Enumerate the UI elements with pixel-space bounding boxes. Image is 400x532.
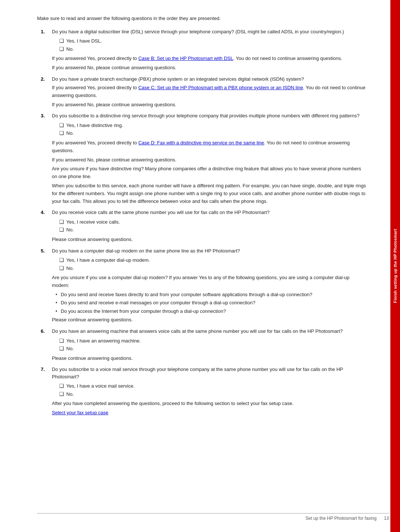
question-1: Do you have a digital subscriber line (D…	[44, 28, 367, 72]
q7-option-2: No.	[59, 391, 367, 398]
q7-text: Do you subscribe to a voice mail service…	[52, 366, 367, 380]
q7-option-1: Yes, I have a voice mail service.	[59, 382, 367, 390]
q5-bullet-1: Do you send and receive faxes directly t…	[56, 291, 367, 298]
q5-option-1: Yes, I have a computer dial-up modem.	[59, 257, 367, 264]
q3-extra-2: When you subscribe to this service, each…	[52, 182, 367, 205]
q1-text: Do you have a digital subscriber line (D…	[52, 28, 367, 36]
q1-option-2: No.	[59, 46, 367, 53]
q6-option-1: Yes, I have an answering machine.	[59, 337, 367, 345]
question-4: Do you receive voice calls at the same p…	[44, 209, 367, 243]
side-tab: Finish setting up the HP Photosmart	[390, 0, 400, 532]
footer-text: Set up the HP Photosmart for faxing	[306, 516, 377, 521]
q5-unsure: Are you unsure if you use a computer dia…	[52, 274, 367, 290]
q3-option-1: Yes, I have distinctive ring.	[59, 122, 367, 129]
side-tab-label: Finish setting up the HP Photosmart	[393, 229, 397, 303]
q6-please: Please continue answering questions.	[52, 355, 367, 362]
q2-answer-no: If you answered No, please continue answ…	[52, 101, 367, 109]
q1-answer-yes: If you answered Yes, proceed directly to…	[52, 55, 367, 63]
q5-option-2: No.	[59, 265, 367, 272]
footer-page: 13	[384, 516, 389, 521]
q6-text: Do you have an answering machine that an…	[52, 328, 367, 335]
q4-text: Do you receive voice calls at the same p…	[52, 209, 367, 216]
case-b-link[interactable]: Case B: Set up the HP Photosmart with DS…	[138, 56, 233, 61]
case-c-link[interactable]: Case C: Set up the HP Photosmart with a …	[138, 85, 303, 90]
q4-please: Please continue answering questions.	[52, 236, 367, 244]
q6-options: Yes, I have an answering machine. No.	[59, 337, 367, 352]
q3-options: Yes, I have distinctive ring. No.	[59, 122, 367, 137]
case-d-link[interactable]: Case D: Fax with a distinctive ring serv…	[138, 140, 264, 145]
q5-options: Yes, I have a computer dial-up modem. No…	[59, 257, 367, 272]
q2-answer-yes: If you answered Yes, proceed directly to…	[52, 84, 367, 100]
q3-answer-no: If you answered No, please continue answ…	[52, 156, 367, 164]
select-fax-setup-link[interactable]: Select your fax setup case	[52, 410, 108, 415]
q5-bullet-2: Do you send and receive e-mail messages …	[56, 299, 367, 307]
q5-please: Please continue answering questions.	[52, 316, 367, 324]
question-5: Do you have a computer dial-up modem on …	[44, 247, 367, 324]
q2-text: Do you have a private branch exchange (P…	[52, 76, 367, 83]
q5-bullet-3: Do you access the Internet from your com…	[56, 308, 367, 315]
question-3: Do you subscribe to a distinctive ring s…	[44, 112, 367, 205]
q4-option-2: No.	[59, 226, 367, 234]
q3-option-2: No.	[59, 130, 367, 137]
q5-bullets: Do you send and receive faxes directly t…	[56, 291, 367, 315]
q4-option-1: Yes, I receive voice calls.	[59, 218, 367, 226]
question-6: Do you have an answering machine that an…	[44, 328, 367, 362]
q3-text: Do you subscribe to a distinctive ring s…	[52, 112, 367, 120]
q7-options: Yes, I have a voice mail service. No.	[59, 382, 367, 398]
q5-text: Do you have a computer dial-up modem on …	[52, 247, 367, 255]
question-2: Do you have a private branch exchange (P…	[44, 76, 367, 109]
q1-answer-no: If you answered No, please continue answ…	[52, 64, 367, 72]
question-7: Do you subscribe to a voice mail service…	[44, 366, 367, 417]
q3-extra-1: Are you unsure if you have distinctive r…	[52, 165, 367, 181]
q3-answer-yes: If you answered Yes, proceed directly to…	[52, 139, 367, 155]
intro-text: Make sure to read and answer the followi…	[37, 15, 367, 22]
q7-after: After you have completed answering the q…	[52, 400, 367, 408]
q1-options: Yes, I have DSL. No.	[59, 37, 367, 53]
q1-option-1: Yes, I have DSL.	[59, 37, 367, 45]
q4-options: Yes, I receive voice calls. No.	[59, 218, 367, 234]
q6-option-2: No.	[59, 345, 367, 352]
footer-bar: Set up the HP Photosmart for faxing 13	[37, 513, 389, 521]
q7-select-link-para: Select your fax setup case	[52, 409, 367, 417]
